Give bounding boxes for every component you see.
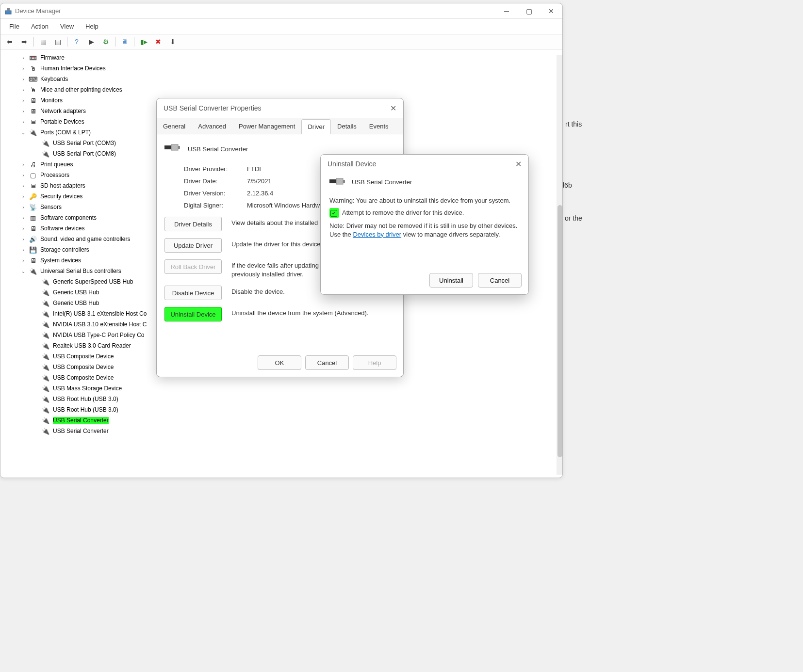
driver-details-button[interactable]: Driver Details (164, 217, 222, 231)
expander-icon[interactable]: › (20, 54, 27, 61)
expander-icon[interactable] (33, 353, 39, 360)
update-driver-icon[interactable]: 🖥 (118, 36, 131, 48)
expander-icon[interactable] (33, 310, 39, 317)
tree-item[interactable]: 🔌USB Root Hub (USB 3.0) (5, 394, 562, 404)
properties-icon[interactable]: ▤ (51, 36, 64, 48)
tab-details[interactable]: Details (331, 119, 363, 134)
cancel-button[interactable]: Cancel (305, 355, 349, 370)
tab-general[interactable]: General (157, 119, 192, 134)
scrollbar[interactable] (557, 55, 562, 475)
tree-item[interactable]: ›🖱Human Interface Devices (5, 63, 562, 74)
forward-icon[interactable]: ➡ (18, 36, 31, 48)
dialog-titlebar: USB Serial Converter Properties ✕ (157, 98, 403, 118)
expander-icon[interactable] (33, 406, 39, 413)
scroll-thumb[interactable] (557, 205, 562, 457)
devices-by-driver-link[interactable]: Devices by driver (353, 231, 401, 238)
tree-item[interactable]: 🔌USB Serial Converter (5, 415, 562, 426)
expander-icon[interactable]: › (20, 172, 27, 178)
menubar: File Action View Help (0, 19, 562, 34)
device-icon: 📡 (29, 203, 37, 211)
tree-item[interactable]: 🔌USB Root Hub (USB 3.0) (5, 404, 562, 415)
expander-icon[interactable] (33, 278, 39, 285)
expander-icon[interactable] (33, 385, 39, 392)
expander-icon[interactable] (33, 321, 39, 328)
tab-power[interactable]: Power Management (232, 119, 301, 134)
expander-icon[interactable]: › (20, 246, 27, 253)
menu-file[interactable]: File (3, 21, 25, 32)
expander-icon[interactable] (33, 428, 39, 434)
expander-icon[interactable] (33, 417, 39, 424)
tab-events[interactable]: Events (363, 119, 395, 134)
uninstall-icon[interactable]: ✖ (152, 36, 164, 48)
device-icon: 🖥 (29, 117, 37, 126)
add-legacy-icon[interactable]: ⚙ (99, 36, 112, 48)
tree-item[interactable]: 🔌USB Serial Converter (5, 426, 562, 436)
uninstall-device-button[interactable]: Uninstall Device (164, 307, 222, 321)
expander-icon[interactable]: › (20, 257, 27, 264)
enable-icon[interactable]: ▮▸ (137, 36, 150, 48)
expander-icon[interactable]: › (20, 108, 27, 114)
tree-item[interactable]: ›⌨Keyboards (5, 74, 562, 84)
tree-item[interactable]: ›📼Firmware (5, 52, 562, 63)
device-icon: ⌨ (29, 75, 37, 83)
expander-icon[interactable] (33, 150, 39, 157)
svg-rect-6 (336, 178, 343, 184)
close-icon[interactable]: ✕ (515, 160, 522, 169)
device-icon: 🔌 (41, 299, 50, 307)
expander-icon[interactable] (33, 396, 39, 402)
expander-icon[interactable]: › (20, 214, 27, 221)
menu-action[interactable]: Action (25, 21, 54, 32)
maximize-button[interactable]: ▢ (518, 4, 540, 18)
expander-icon[interactable]: ⌄ (20, 268, 27, 274)
expander-icon[interactable] (33, 140, 39, 146)
uninstall-button[interactable]: Uninstall (429, 273, 473, 288)
expander-icon[interactable] (33, 374, 39, 381)
help-button: Help (353, 355, 396, 370)
tree-item-label: Software components (40, 214, 97, 221)
warning-text: Warning: You are about to uninstall this… (329, 197, 520, 204)
tab-driver[interactable]: Driver (301, 119, 331, 134)
digital-signer-label: Digital Signer: (184, 202, 247, 209)
expander-icon[interactable]: › (20, 76, 27, 82)
expander-icon[interactable]: › (20, 204, 27, 210)
close-button[interactable]: ✕ (540, 4, 562, 18)
menu-view[interactable]: View (54, 21, 80, 32)
expander-icon[interactable] (33, 342, 39, 349)
expander-icon[interactable] (33, 364, 39, 370)
tree-item-label: USB Serial Port (COM8) (53, 150, 116, 157)
remove-driver-checkbox[interactable]: ✔ (330, 210, 337, 217)
expander-icon[interactable]: › (20, 182, 27, 189)
expander-icon[interactable]: › (20, 236, 27, 242)
ok-button[interactable]: OK (258, 355, 301, 370)
expander-icon[interactable]: ⌄ (20, 129, 27, 136)
disable-device-button[interactable]: Disable Device (164, 286, 222, 300)
expander-icon[interactable]: › (20, 161, 27, 168)
dialog-body: USB Serial Converter Warning: You are ab… (321, 173, 528, 242)
tree-item-label: Network adapters (40, 108, 86, 114)
expander-icon[interactable] (33, 289, 39, 296)
expander-icon[interactable]: › (20, 65, 27, 72)
minimize-button[interactable]: ─ (495, 4, 518, 18)
expander-icon[interactable]: › (20, 86, 27, 93)
menu-help[interactable]: Help (80, 21, 104, 32)
expander-icon[interactable]: › (20, 193, 27, 200)
expander-icon[interactable] (33, 332, 39, 338)
expander-icon[interactable]: › (20, 118, 27, 125)
tree-item[interactable]: ›🖱Mice and other pointing devices (5, 84, 562, 95)
close-icon[interactable]: ✕ (390, 104, 396, 113)
back-icon[interactable]: ⬅ (3, 36, 16, 48)
tree-item[interactable]: 🔌USB Mass Storage Device (5, 383, 562, 394)
tab-advanced[interactable]: Advanced (192, 119, 232, 134)
expander-icon[interactable] (33, 300, 39, 306)
scan-hardware-icon[interactable]: ⬇ (166, 36, 179, 48)
expander-icon[interactable]: › (20, 225, 27, 232)
update-driver-button[interactable]: Update Driver (164, 238, 222, 253)
help-icon[interactable]: ? (70, 36, 83, 48)
tree-item-label: USB Mass Storage Device (53, 385, 122, 392)
expander-icon[interactable]: › (20, 97, 27, 104)
show-hidden-icon[interactable]: ▦ (37, 36, 49, 48)
scan-icon[interactable]: ▶ (85, 36, 98, 48)
cancel-button[interactable]: Cancel (478, 273, 522, 288)
tree-item-label: Processors (40, 172, 69, 178)
device-icon: 🔌 (41, 373, 50, 382)
